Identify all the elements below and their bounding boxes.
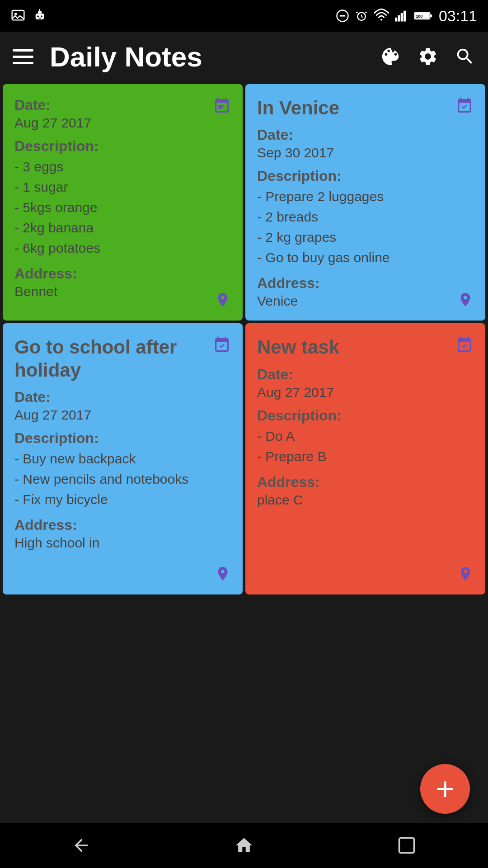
settings-icon[interactable] — [418, 46, 438, 67]
note-2-date-label: Date: — [257, 127, 474, 143]
note-1-date-label: Date: — [14, 97, 231, 113]
note-card-2[interactable]: In Venice Date: Sep 30 2017 Description:… — [245, 84, 485, 321]
note-4-title: New task — [257, 336, 474, 359]
svg-point-4 — [37, 15, 39, 17]
wifi-status-icon — [374, 8, 389, 24]
svg-line-15 — [366, 12, 367, 13]
dnd-icon — [336, 9, 349, 23]
note-2-title: In Venice — [257, 97, 474, 119]
svg-line-13 — [361, 16, 363, 18]
svg-rect-18 — [398, 15, 400, 22]
top-bar-actions — [380, 46, 475, 67]
note-3-desc-label: Description: — [14, 430, 231, 447]
svg-point-1 — [14, 13, 17, 15]
svg-rect-20 — [404, 11, 406, 22]
note-2-desc-label: Description: — [257, 168, 474, 184]
add-note-fab[interactable]: + — [420, 764, 470, 814]
note-2-desc-items: - Prepare 2 luggages- 2 breads- 2 kg gra… — [257, 186, 474, 268]
battery-status-icon: 100 — [413, 9, 433, 23]
recent-apps-button[interactable] — [389, 827, 425, 863]
svg-rect-22 — [430, 14, 432, 17]
note-4-desc-label: Description: — [257, 407, 474, 424]
calendar-icon-2 — [455, 97, 474, 115]
alarm-status-icon — [355, 9, 368, 23]
back-icon — [71, 835, 91, 855]
note-3-date-label: Date: — [14, 389, 231, 406]
svg-rect-24 — [399, 838, 414, 853]
location-icon-3 — [215, 566, 231, 582]
note-3-date-value: Aug 27 2017 — [14, 407, 231, 423]
recent-icon — [397, 835, 417, 855]
note-1-address-label: Address: — [14, 265, 231, 282]
note-4-desc-items: - Do A- Prepare B — [257, 426, 474, 467]
svg-rect-17 — [395, 18, 397, 22]
note-1-desc-items: - 3 eggs- 1 sugar- 5kgs orange- 2kg bana… — [14, 156, 231, 258]
note-card-1[interactable]: Date: Aug 27 2017 Description: - 3 eggs-… — [3, 84, 243, 321]
note-3-desc-items: - Buy new backpack- New pencils and note… — [14, 448, 231, 509]
notes-grid: Date: Aug 27 2017 Description: - 3 eggs-… — [0, 81, 488, 597]
note-4-address-label: Address: — [257, 474, 474, 491]
add-icon: + — [436, 771, 455, 807]
note-3-title: Go to school after holiday — [14, 336, 231, 382]
robot-status-icon — [33, 9, 47, 23]
note-4-date-value: Aug 27 2017 — [257, 385, 474, 400]
page-title: Daily Notes — [50, 41, 370, 73]
svg-rect-6 — [38, 18, 41, 19]
svg-rect-0 — [12, 10, 24, 20]
svg-rect-3 — [38, 11, 42, 13]
note-1-desc-label: Description: — [14, 138, 231, 155]
palette-svg — [380, 46, 401, 67]
image-status-icon — [11, 9, 25, 23]
note-3-address-value: High school in — [14, 535, 231, 551]
note-2-address-label: Address: — [257, 275, 474, 292]
note-4-address-value: place C — [257, 492, 474, 508]
svg-point-8 — [39, 9, 41, 10]
battery-level-text: 100 — [416, 14, 422, 19]
back-button[interactable] — [63, 827, 99, 863]
svg-line-14 — [357, 12, 358, 13]
location-icon-4 — [457, 566, 474, 582]
note-card-3[interactable]: Go to school after holiday Date: Aug 27 … — [3, 323, 243, 594]
signal-status-icon — [394, 9, 408, 23]
top-app-bar: Daily Notes — [0, 32, 488, 81]
note-card-4[interactable]: New task Date: Aug 27 2017 Description: … — [245, 323, 485, 594]
search-svg — [455, 46, 475, 67]
palette-icon[interactable] — [380, 46, 401, 67]
bottom-navigation — [0, 823, 488, 868]
note-2-date-value: Sep 30 2017 — [257, 145, 474, 160]
settings-svg — [418, 46, 438, 67]
svg-rect-19 — [401, 13, 403, 22]
menu-icon[interactable] — [13, 49, 33, 64]
status-right-icons: 100 03:11 — [336, 7, 477, 25]
status-time: 03:11 — [439, 7, 477, 25]
calendar-icon-1 — [213, 97, 231, 115]
location-icon-1 — [215, 292, 231, 308]
note-1-date-value: Aug 27 2017 — [14, 115, 231, 131]
note-1-address-value: Bennet — [14, 284, 231, 299]
calendar-icon-3 — [213, 336, 231, 354]
home-button[interactable] — [226, 827, 262, 863]
note-3-address-label: Address: — [14, 517, 231, 533]
note-4-date-label: Date: — [257, 366, 474, 383]
svg-point-16 — [380, 19, 382, 20]
svg-point-5 — [41, 15, 42, 17]
status-left-icons — [11, 9, 47, 23]
home-icon — [234, 835, 254, 855]
status-bar: 100 03:11 — [0, 0, 488, 32]
note-2-address-value: Venice — [257, 293, 474, 309]
location-icon-2 — [457, 292, 474, 308]
calendar-icon-4 — [455, 336, 474, 354]
search-icon[interactable] — [455, 46, 475, 67]
